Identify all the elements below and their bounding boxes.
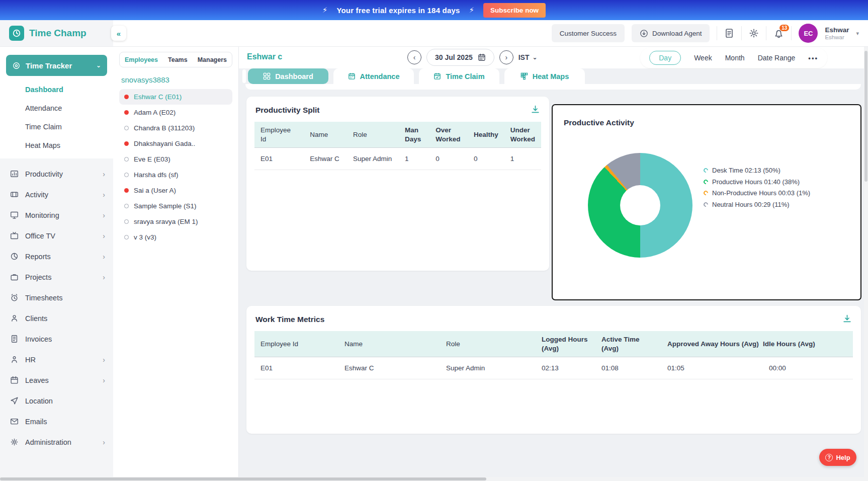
employee-list-item[interactable]: Eshwar C (E01) — [119, 89, 232, 105]
lightning-icon: ⚡ — [469, 6, 475, 15]
tab-dashboard[interactable]: Dashboard — [248, 68, 328, 84]
download-circle-icon — [640, 29, 648, 38]
tab-teams[interactable]: Teams — [168, 56, 188, 63]
sidebar-item-time-claim[interactable]: Time Claim — [0, 117, 113, 136]
sidebar-item-clients[interactable]: Clients — [0, 308, 113, 329]
tab-attendance[interactable]: Attendance — [333, 68, 414, 84]
sidebar-item-hr[interactable]: HR› — [0, 349, 113, 370]
sidebar-item-dashboard[interactable]: Dashboard — [0, 80, 113, 99]
monitor-icon — [10, 211, 19, 219]
help-button[interactable]: ? Help — [819, 449, 856, 466]
download-icon[interactable] — [531, 105, 540, 114]
employee-list-item[interactable]: v 3 (v3) — [119, 229, 232, 245]
column-header: Name — [338, 331, 440, 357]
horizontal-scrollbar[interactable] — [0, 477, 868, 481]
subscribe-now-button[interactable]: Subscribe now — [483, 3, 546, 18]
column-header: Employee Id — [254, 122, 304, 148]
divider — [741, 26, 742, 40]
notifications-bell-icon[interactable]: 13 — [773, 28, 784, 39]
column-header: Healthy — [468, 122, 504, 148]
table-cell: E01 — [254, 148, 304, 170]
user-name-block[interactable]: Eshwar Eshwar — [825, 26, 849, 41]
tab-time-claim[interactable]: Time Claim — [419, 68, 499, 84]
table-cell: 01:08 — [595, 357, 661, 379]
legend-ring-icon — [703, 167, 709, 174]
user-menu-caret-icon[interactable]: ▾ — [856, 30, 859, 37]
notification-count-badge: 13 — [779, 25, 789, 31]
tab-employees[interactable]: Employees — [125, 56, 158, 63]
chevron-right-icon: › — [103, 356, 105, 364]
scrolled-card-remnant — [245, 84, 861, 90]
scrollbar-thumb[interactable] — [864, 51, 867, 182]
sidebar-item-productivity[interactable]: Productivity› — [0, 164, 113, 184]
sidebar-item-activity[interactable]: Activity› — [0, 184, 113, 205]
employee-name: Adam A (E02) — [134, 109, 176, 116]
organization-name: snovasys3883 — [121, 75, 230, 84]
gear-icon — [10, 438, 19, 446]
heatmap-grid-icon — [520, 72, 528, 80]
card-title: Productivity Split — [255, 106, 541, 115]
employee-list-item[interactable]: Harsha dfs (sf) — [119, 167, 232, 183]
employee-list-item[interactable]: Sample Sample (S1) — [119, 198, 232, 214]
employee-list-item[interactable]: Dhakshayani Gada.. — [119, 136, 232, 151]
sidebar-item-projects[interactable]: Projects› — [0, 267, 113, 287]
user-avatar[interactable]: EC — [799, 24, 818, 43]
document-icon[interactable] — [724, 28, 734, 38]
more-options-icon[interactable]: ••• — [808, 54, 818, 62]
legend-label: Desk Time 02:13 (50%) — [712, 167, 780, 174]
sidebar-item-office-tv[interactable]: Office TV› — [0, 225, 113, 246]
sidebar-item-time-tracker[interactable]: Time Tracker ⌄ — [6, 55, 107, 76]
sidebar-collapse-button[interactable]: « — [111, 26, 126, 41]
sidebar-item-monitoring[interactable]: Monitoring› — [0, 205, 113, 225]
calendar-check-icon — [433, 72, 441, 80]
sidebar-item-attendance[interactable]: Attendance — [0, 99, 113, 117]
vertical-scrollbar[interactable] — [864, 47, 868, 477]
table-cell: 02:13 — [536, 357, 595, 379]
next-day-button[interactable]: › — [499, 50, 513, 64]
productive-activity-card[interactable]: Productive Activity Desk Time 02:13 (50%… — [552, 104, 861, 300]
work-time-metrics-table: Employee IdNameRoleLogged Hours (Avg)Act… — [254, 331, 853, 379]
scrollbar-thumb[interactable] — [0, 477, 486, 480]
prev-day-button[interactable]: ‹ — [407, 50, 421, 64]
tab-heat-maps[interactable]: Heat Maps — [504, 68, 585, 84]
range-week[interactable]: Week — [694, 54, 712, 62]
status-dot-icon — [124, 157, 129, 162]
sidebar-item-invoices[interactable]: Invoices — [0, 329, 113, 349]
brand-name: Time Champ — [29, 28, 86, 39]
range-date-range[interactable]: Date Range — [758, 54, 796, 62]
column-header: Man Days — [399, 122, 429, 148]
employee-list-item[interactable]: sravya sravya (EM 1) — [119, 214, 232, 229]
legend-label: Neutral Hours 00:29 (11%) — [712, 201, 790, 208]
employee-name: v 3 (v3) — [134, 233, 156, 241]
column-header: Approved Away Hours (Avg) — [661, 331, 763, 357]
column-header: Role — [347, 122, 399, 148]
sidebar-item-administration[interactable]: Administration› — [0, 432, 113, 452]
employee-name: Sai a (User A) — [134, 187, 176, 194]
timezone-selector[interactable]: IST ⌄ — [518, 53, 538, 61]
download-agent-button[interactable]: Download Agent — [632, 24, 710, 42]
date-picker[interactable]: 30 Jul 2025 — [426, 49, 494, 66]
sidebar-item-heat-maps[interactable]: Heat Maps — [0, 136, 113, 154]
legend-item: Non-Productive Hours 00:03 (1%) — [704, 189, 810, 197]
employee-name: Eve E (E03) — [134, 155, 170, 163]
range-month[interactable]: Month — [725, 54, 745, 62]
sidebar: Time Tracker ⌄ Dashboard Attendance Time… — [0, 47, 113, 481]
employee-list-item[interactable]: Adam A (E02) — [119, 105, 232, 120]
sidebar-item-timesheets[interactable]: Timesheets — [0, 287, 113, 308]
tab-managers[interactable]: Managers — [198, 56, 227, 63]
employee-list-item[interactable]: Eve E (E03) — [119, 151, 232, 167]
sidebar-item-leaves[interactable]: Leaves› — [0, 370, 113, 390]
sidebar-item-reports[interactable]: Reports› — [0, 246, 113, 267]
sidebar-item-emails[interactable]: Emails — [0, 411, 113, 432]
target-icon — [12, 61, 21, 70]
table-row: E01Eshwar CSuper Admin02:1301:0801:0500:… — [254, 357, 853, 379]
range-day[interactable]: Day — [649, 51, 681, 65]
employee-list-item[interactable]: Chandra B (311203) — [119, 120, 232, 136]
employee-list-item[interactable]: Sai a (User A) — [119, 183, 232, 198]
settings-gear-icon[interactable] — [749, 28, 759, 38]
status-dot-icon — [124, 110, 129, 115]
customer-success-button[interactable]: Customer Success — [552, 24, 625, 42]
legend-item: Neutral Hours 00:29 (11%) — [704, 201, 810, 208]
download-icon[interactable] — [842, 314, 852, 324]
sidebar-item-location[interactable]: Location — [0, 390, 113, 411]
